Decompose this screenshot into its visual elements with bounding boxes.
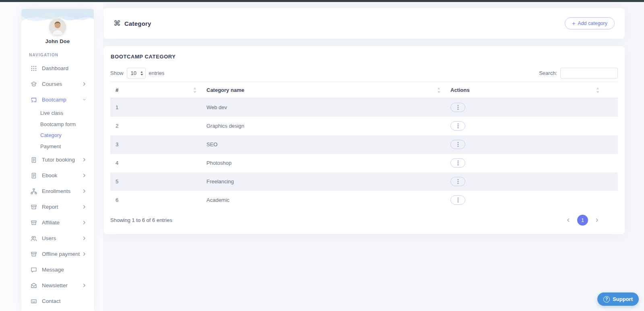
chevron-right-icon [83, 283, 86, 288]
sidebar-item-courses[interactable]: Courses [21, 76, 94, 92]
chevron-down-icon [83, 97, 86, 102]
add-category-button-label: Add category [578, 21, 607, 26]
sidebar-subitem-category[interactable]: Category [21, 130, 94, 141]
sidebar-item-label: Bootcamp [42, 97, 66, 103]
sidebar-item-users[interactable]: Users [21, 230, 94, 246]
chevron-right-icon [83, 82, 86, 86]
sidebar-item-label: Tutor booking [42, 157, 75, 163]
grid-icon [31, 65, 37, 72]
column-header-actions[interactable]: Actions [445, 82, 618, 98]
page-length-value: 10 [131, 70, 136, 76]
chevron-right-icon [83, 252, 86, 256]
stepper-icon [140, 71, 143, 76]
dots-vertical-icon [457, 179, 459, 184]
sidebar-item-label: Message [42, 267, 64, 273]
pagination-page-1-button[interactable]: 1 [577, 215, 588, 226]
row-number-cell: 5 [110, 172, 201, 191]
sidebar-submenu: Live classBootcamp formCategoryPayment [21, 108, 94, 152]
sidebar-item-dashboard[interactable]: Dashboard [21, 60, 94, 76]
row-number-cell: 4 [110, 154, 201, 172]
question-icon: ? [603, 296, 610, 303]
sidebar-item-label: Ebook [42, 172, 57, 178]
bootcamp-category-card: BOOTCAMP CATEGORY Show 10 entries Search… [103, 46, 625, 234]
sidebar-item-label: Enrollments [42, 188, 70, 194]
tray-icon [31, 220, 37, 226]
sidebar-item-label: Courses [42, 81, 62, 87]
command-icon: ⌘ [114, 20, 121, 27]
category-name-cell: Photoshop [201, 154, 445, 172]
sidebar-item-label: Affiliate [42, 220, 60, 226]
pagination-prev-button[interactable] [566, 217, 570, 223]
nav-section-label: NAVIGATION [21, 53, 94, 57]
file-icon [31, 157, 37, 163]
search-label: Search: [539, 70, 557, 76]
actions-cell [445, 154, 618, 172]
chevron-right-icon [83, 205, 86, 209]
sort-icon [437, 87, 440, 93]
sidebar-item-report[interactable]: Report [21, 199, 94, 215]
row-number-cell: 6 [110, 191, 201, 209]
table-row: 2Graphics design [110, 117, 618, 135]
sidebar-item-newsletter[interactable]: Newsletter [21, 278, 94, 293]
sidebar-item-contact[interactable]: Contact [21, 293, 94, 309]
category-name-cell: Academic [201, 191, 445, 209]
sitemap-icon [31, 188, 37, 195]
row-number-cell: 3 [110, 135, 201, 154]
sidebar: John Doe NAVIGATION DashboardCoursesBoot… [21, 9, 94, 311]
table-controls: Show 10 entries Search: [110, 68, 618, 79]
chevron-right-icon [83, 158, 86, 162]
sidebar-item-message[interactable]: Message [21, 262, 94, 278]
sidebar-item-bootcamp[interactable]: Bootcamp [21, 92, 94, 108]
row-actions-menu-button-web-dev[interactable] [450, 103, 465, 112]
file-icon [31, 172, 37, 179]
cast-icon [31, 97, 37, 103]
dots-vertical-icon [457, 105, 459, 110]
row-actions-menu-button-academic[interactable] [450, 195, 465, 205]
sidebar-item-tutor-booking[interactable]: Tutor booking [21, 152, 94, 168]
user-name: John Doe [21, 38, 94, 44]
panel-title: BOOTCAMP CATEGORY [110, 54, 618, 60]
dots-vertical-icon [457, 197, 459, 203]
row-actions-menu-button-freelancing[interactable] [450, 177, 465, 186]
page-header-card: ⌘ Category + Add category [103, 8, 625, 39]
search-input[interactable] [560, 68, 618, 79]
page-title-wrap: ⌘ Category [114, 20, 151, 27]
tray-icon [31, 251, 37, 257]
chevron-right-icon [596, 218, 599, 222]
sidebar-item-enrollments[interactable]: Enrollments [21, 183, 94, 199]
column-header--[interactable]: # [110, 82, 201, 98]
sidebar-item-affiliate[interactable]: Affiliate [21, 215, 94, 230]
category-table: #Category nameActions 1Web dev2Graphics … [110, 82, 618, 209]
sidebar-subitem-payment[interactable]: Payment [21, 141, 94, 152]
chevron-right-icon [83, 220, 86, 225]
actions-cell [445, 135, 618, 154]
users-icon [31, 235, 37, 242]
add-category-button[interactable]: + Add category [565, 17, 615, 29]
sidebar-subitem-live-class[interactable]: Live class [21, 108, 94, 119]
search-wrap: Search: [539, 68, 618, 79]
table-row: 6Academic [110, 191, 618, 209]
row-actions-menu-button-graphics-design[interactable] [450, 121, 465, 131]
table-footer: Showing 1 to 6 of 6 entries 1 [110, 214, 618, 226]
dots-vertical-icon [457, 123, 459, 129]
actions-cell [445, 191, 618, 209]
table-row: 4Photoshop [110, 154, 618, 172]
idcard-icon [31, 298, 37, 305]
row-actions-menu-button-seo[interactable] [450, 140, 465, 149]
sidebar-item-ebook[interactable]: Ebook [21, 168, 94, 183]
actions-cell [445, 98, 618, 117]
chat-icon [31, 267, 37, 273]
sidebar-item-label: Users [42, 235, 56, 241]
sidebar-item-offline-payment[interactable]: Offline payment [21, 246, 94, 262]
sidebar-subitem-bootcamp-form[interactable]: Bootcamp form [21, 119, 94, 130]
page-length-select[interactable]: 10 [127, 68, 146, 79]
support-button[interactable]: ? Support [597, 292, 639, 306]
courses-icon [31, 81, 37, 87]
sidebar-item-label: Report [42, 204, 58, 210]
row-actions-menu-button-photoshop[interactable] [450, 158, 465, 168]
chevron-right-icon [83, 173, 86, 178]
category-name-cell: Freelancing [201, 172, 445, 191]
pagination-next-button[interactable] [595, 217, 599, 223]
column-header-category-name[interactable]: Category name [201, 82, 445, 98]
support-button-label: Support [613, 296, 633, 302]
